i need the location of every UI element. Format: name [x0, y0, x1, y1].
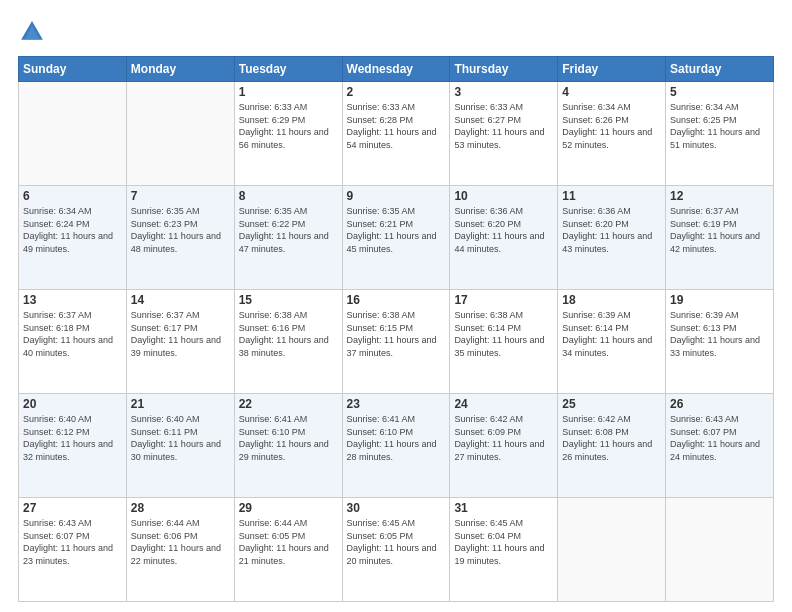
day-info: Sunrise: 6:34 AM Sunset: 6:26 PM Dayligh…: [562, 101, 661, 151]
day-number: 5: [670, 85, 769, 99]
day-info: Sunrise: 6:34 AM Sunset: 6:25 PM Dayligh…: [670, 101, 769, 151]
calendar-cell: 29Sunrise: 6:44 AM Sunset: 6:05 PM Dayli…: [234, 498, 342, 602]
calendar-cell: 18Sunrise: 6:39 AM Sunset: 6:14 PM Dayli…: [558, 290, 666, 394]
day-info: Sunrise: 6:36 AM Sunset: 6:20 PM Dayligh…: [562, 205, 661, 255]
calendar-header-row: SundayMondayTuesdayWednesdayThursdayFrid…: [19, 57, 774, 82]
day-number: 4: [562, 85, 661, 99]
day-info: Sunrise: 6:35 AM Sunset: 6:21 PM Dayligh…: [347, 205, 446, 255]
day-of-week-header: Friday: [558, 57, 666, 82]
day-number: 2: [347, 85, 446, 99]
day-of-week-header: Wednesday: [342, 57, 450, 82]
day-number: 31: [454, 501, 553, 515]
day-number: 29: [239, 501, 338, 515]
calendar-cell: 12Sunrise: 6:37 AM Sunset: 6:19 PM Dayli…: [666, 186, 774, 290]
calendar-cell: 23Sunrise: 6:41 AM Sunset: 6:10 PM Dayli…: [342, 394, 450, 498]
day-info: Sunrise: 6:38 AM Sunset: 6:14 PM Dayligh…: [454, 309, 553, 359]
day-info: Sunrise: 6:44 AM Sunset: 6:06 PM Dayligh…: [131, 517, 230, 567]
day-number: 28: [131, 501, 230, 515]
day-number: 26: [670, 397, 769, 411]
calendar-cell: 3Sunrise: 6:33 AM Sunset: 6:27 PM Daylig…: [450, 82, 558, 186]
day-info: Sunrise: 6:33 AM Sunset: 6:27 PM Dayligh…: [454, 101, 553, 151]
calendar-cell: 1Sunrise: 6:33 AM Sunset: 6:29 PM Daylig…: [234, 82, 342, 186]
logo-icon: [18, 18, 46, 46]
calendar-cell: 19Sunrise: 6:39 AM Sunset: 6:13 PM Dayli…: [666, 290, 774, 394]
day-info: Sunrise: 6:33 AM Sunset: 6:28 PM Dayligh…: [347, 101, 446, 151]
day-number: 3: [454, 85, 553, 99]
day-number: 20: [23, 397, 122, 411]
day-info: Sunrise: 6:39 AM Sunset: 6:14 PM Dayligh…: [562, 309, 661, 359]
calendar-week-row: 27Sunrise: 6:43 AM Sunset: 6:07 PM Dayli…: [19, 498, 774, 602]
day-of-week-header: Monday: [126, 57, 234, 82]
calendar-cell: 30Sunrise: 6:45 AM Sunset: 6:05 PM Dayli…: [342, 498, 450, 602]
calendar-cell: 27Sunrise: 6:43 AM Sunset: 6:07 PM Dayli…: [19, 498, 127, 602]
calendar-cell: 14Sunrise: 6:37 AM Sunset: 6:17 PM Dayli…: [126, 290, 234, 394]
calendar-cell: 11Sunrise: 6:36 AM Sunset: 6:20 PM Dayli…: [558, 186, 666, 290]
calendar-week-row: 20Sunrise: 6:40 AM Sunset: 6:12 PM Dayli…: [19, 394, 774, 498]
day-number: 14: [131, 293, 230, 307]
day-number: 30: [347, 501, 446, 515]
calendar-cell: 21Sunrise: 6:40 AM Sunset: 6:11 PM Dayli…: [126, 394, 234, 498]
calendar-week-row: 13Sunrise: 6:37 AM Sunset: 6:18 PM Dayli…: [19, 290, 774, 394]
day-info: Sunrise: 6:38 AM Sunset: 6:16 PM Dayligh…: [239, 309, 338, 359]
day-info: Sunrise: 6:37 AM Sunset: 6:19 PM Dayligh…: [670, 205, 769, 255]
calendar-cell: 17Sunrise: 6:38 AM Sunset: 6:14 PM Dayli…: [450, 290, 558, 394]
day-info: Sunrise: 6:38 AM Sunset: 6:15 PM Dayligh…: [347, 309, 446, 359]
calendar-cell: [558, 498, 666, 602]
day-number: 7: [131, 189, 230, 203]
calendar-cell: 6Sunrise: 6:34 AM Sunset: 6:24 PM Daylig…: [19, 186, 127, 290]
day-number: 19: [670, 293, 769, 307]
day-number: 8: [239, 189, 338, 203]
day-of-week-header: Thursday: [450, 57, 558, 82]
day-info: Sunrise: 6:44 AM Sunset: 6:05 PM Dayligh…: [239, 517, 338, 567]
calendar-week-row: 6Sunrise: 6:34 AM Sunset: 6:24 PM Daylig…: [19, 186, 774, 290]
day-of-week-header: Tuesday: [234, 57, 342, 82]
day-number: 6: [23, 189, 122, 203]
day-info: Sunrise: 6:42 AM Sunset: 6:09 PM Dayligh…: [454, 413, 553, 463]
calendar-table: SundayMondayTuesdayWednesdayThursdayFrid…: [18, 56, 774, 602]
day-number: 10: [454, 189, 553, 203]
day-number: 15: [239, 293, 338, 307]
calendar-cell: [126, 82, 234, 186]
logo: [18, 18, 50, 46]
day-info: Sunrise: 6:40 AM Sunset: 6:12 PM Dayligh…: [23, 413, 122, 463]
day-number: 9: [347, 189, 446, 203]
day-info: Sunrise: 6:36 AM Sunset: 6:20 PM Dayligh…: [454, 205, 553, 255]
day-number: 22: [239, 397, 338, 411]
day-of-week-header: Saturday: [666, 57, 774, 82]
day-number: 24: [454, 397, 553, 411]
calendar-cell: 4Sunrise: 6:34 AM Sunset: 6:26 PM Daylig…: [558, 82, 666, 186]
calendar-cell: 10Sunrise: 6:36 AM Sunset: 6:20 PM Dayli…: [450, 186, 558, 290]
day-number: 13: [23, 293, 122, 307]
day-info: Sunrise: 6:45 AM Sunset: 6:04 PM Dayligh…: [454, 517, 553, 567]
day-number: 25: [562, 397, 661, 411]
day-info: Sunrise: 6:35 AM Sunset: 6:23 PM Dayligh…: [131, 205, 230, 255]
day-number: 11: [562, 189, 661, 203]
day-info: Sunrise: 6:34 AM Sunset: 6:24 PM Dayligh…: [23, 205, 122, 255]
day-info: Sunrise: 6:45 AM Sunset: 6:05 PM Dayligh…: [347, 517, 446, 567]
day-number: 27: [23, 501, 122, 515]
calendar-cell: 16Sunrise: 6:38 AM Sunset: 6:15 PM Dayli…: [342, 290, 450, 394]
calendar-cell: 20Sunrise: 6:40 AM Sunset: 6:12 PM Dayli…: [19, 394, 127, 498]
day-of-week-header: Sunday: [19, 57, 127, 82]
day-info: Sunrise: 6:39 AM Sunset: 6:13 PM Dayligh…: [670, 309, 769, 359]
calendar-cell: 26Sunrise: 6:43 AM Sunset: 6:07 PM Dayli…: [666, 394, 774, 498]
calendar-cell: 25Sunrise: 6:42 AM Sunset: 6:08 PM Dayli…: [558, 394, 666, 498]
header: [18, 18, 774, 46]
calendar-cell: 31Sunrise: 6:45 AM Sunset: 6:04 PM Dayli…: [450, 498, 558, 602]
calendar-cell: [666, 498, 774, 602]
calendar-cell: 15Sunrise: 6:38 AM Sunset: 6:16 PM Dayli…: [234, 290, 342, 394]
day-info: Sunrise: 6:41 AM Sunset: 6:10 PM Dayligh…: [347, 413, 446, 463]
calendar-cell: [19, 82, 127, 186]
day-number: 17: [454, 293, 553, 307]
day-number: 12: [670, 189, 769, 203]
day-number: 16: [347, 293, 446, 307]
calendar-cell: 9Sunrise: 6:35 AM Sunset: 6:21 PM Daylig…: [342, 186, 450, 290]
calendar-cell: 8Sunrise: 6:35 AM Sunset: 6:22 PM Daylig…: [234, 186, 342, 290]
calendar-week-row: 1Sunrise: 6:33 AM Sunset: 6:29 PM Daylig…: [19, 82, 774, 186]
day-number: 1: [239, 85, 338, 99]
calendar-cell: 2Sunrise: 6:33 AM Sunset: 6:28 PM Daylig…: [342, 82, 450, 186]
day-number: 21: [131, 397, 230, 411]
day-info: Sunrise: 6:43 AM Sunset: 6:07 PM Dayligh…: [670, 413, 769, 463]
day-number: 18: [562, 293, 661, 307]
day-number: 23: [347, 397, 446, 411]
